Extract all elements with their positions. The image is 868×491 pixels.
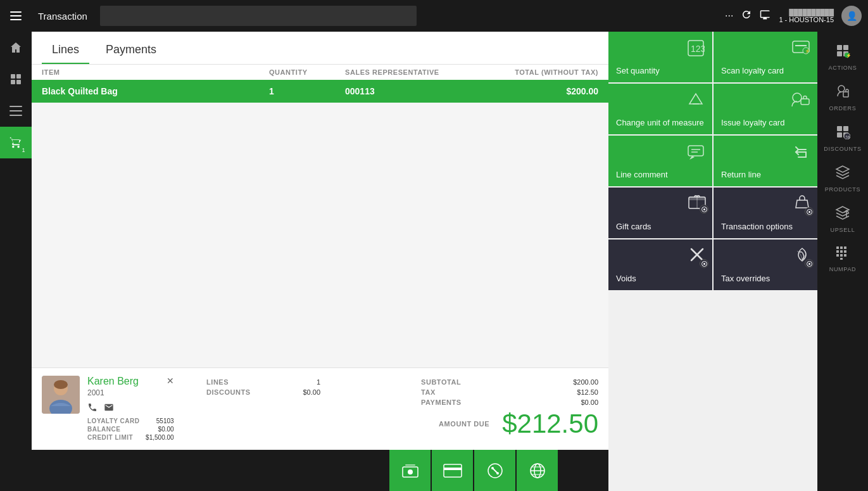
row-item: Black Quilted Bag bbox=[42, 86, 269, 96]
svg-text:⚡: ⚡ bbox=[805, 48, 810, 54]
summary-left: LINES 1 DISCOUNTS $0.00 bbox=[206, 378, 320, 399]
gift-cards-tile[interactable]: Gift cards bbox=[608, 188, 712, 238]
screen-icon[interactable] bbox=[760, 9, 771, 23]
voids-tile[interactable]: Voids bbox=[608, 239, 712, 290]
actions-icon: ⚡ bbox=[835, 43, 850, 62]
change-unit-tile[interactable]: Change unit of measure bbox=[608, 84, 712, 134]
svg-point-21 bbox=[491, 467, 494, 469]
svg-rect-0 bbox=[10, 11, 22, 13]
svg-point-15 bbox=[408, 469, 413, 475]
summary-panel: LINES 1 DISCOUNTS $0.00 SUBTOTAL $200.00 bbox=[206, 376, 598, 442]
sidebar-item-orders[interactable]: ORDERS bbox=[817, 77, 868, 118]
svg-rect-31 bbox=[795, 45, 807, 46]
sidebar-item-cart[interactable]: 1 bbox=[0, 127, 32, 158]
svg-rect-70 bbox=[844, 246, 846, 249]
row-quantity: 1 bbox=[269, 86, 345, 96]
svg-rect-3 bbox=[11, 74, 15, 79]
coupon-button[interactable] bbox=[474, 450, 515, 491]
main-content: Transaction ··· ██████████ 1 - HOUSTON-1… bbox=[32, 0, 868, 491]
customer-contacts bbox=[87, 402, 174, 415]
sidebar-item-products[interactable]: PRODUCTS bbox=[817, 158, 868, 199]
right-sidebar: ⚡ ACTIONS ORDERS bbox=[817, 32, 868, 491]
transaction-options-tile[interactable]: Transaction options bbox=[714, 188, 817, 238]
other-payment-button[interactable] bbox=[517, 450, 558, 491]
issue-loyalty-card-tile[interactable]: Issue loyalty card bbox=[714, 84, 817, 134]
customer-info: Karen Berg 2001 ✕ bbox=[42, 376, 194, 442]
svg-rect-37 bbox=[688, 146, 703, 156]
svg-rect-4 bbox=[16, 74, 21, 79]
line-comment-tile[interactable]: Line comment bbox=[608, 136, 712, 186]
svg-rect-6 bbox=[16, 80, 21, 84]
cart-badge: 1 bbox=[19, 146, 28, 155]
table-header: ITEM QUANTITY SALES REPRESENTATIVE TOTAL… bbox=[32, 65, 608, 80]
svg-text:123: 123 bbox=[691, 44, 705, 54]
email-icon[interactable] bbox=[104, 402, 114, 415]
bottom-bar bbox=[32, 450, 608, 491]
scan-loyalty-card-tile[interactable]: ⚡ Scan loyalty card bbox=[714, 32, 817, 82]
svg-rect-72 bbox=[840, 250, 843, 253]
sidebar-item-numpad[interactable]: NUMPAD bbox=[817, 239, 868, 279]
svg-rect-17 bbox=[444, 464, 462, 477]
svg-point-13 bbox=[54, 380, 68, 389]
svg-rect-74 bbox=[836, 254, 839, 257]
svg-rect-5 bbox=[11, 80, 15, 84]
svg-rect-8 bbox=[9, 110, 22, 112]
line-comment-label: Line comment bbox=[616, 170, 668, 180]
sidebar-item-upsell[interactable]: UPSELL bbox=[817, 199, 868, 239]
transaction-options-icon bbox=[793, 194, 811, 214]
numpad-icon bbox=[836, 246, 850, 264]
numpad-label: NUMPAD bbox=[829, 266, 857, 272]
sidebar-item-menu[interactable] bbox=[0, 95, 32, 127]
sidebar-item-catalog[interactable] bbox=[0, 63, 32, 95]
svg-point-47 bbox=[808, 211, 810, 213]
svg-rect-55 bbox=[843, 45, 848, 50]
tab-lines[interactable]: Lines bbox=[42, 38, 89, 64]
svg-rect-9 bbox=[9, 115, 22, 116]
summary-right: SUBTOTAL $200.00 TAX $12.50 PAYMENTS $0.… bbox=[333, 378, 598, 439]
discounts-icon: % bbox=[835, 124, 850, 143]
svg-marker-38 bbox=[689, 156, 695, 160]
voids-label: Voids bbox=[616, 274, 636, 284]
discounts-label: DISCOUNTS bbox=[824, 146, 861, 152]
svg-rect-1 bbox=[10, 15, 22, 16]
set-quantity-icon: 123 bbox=[687, 39, 705, 61]
close-customer-button[interactable]: ✕ bbox=[167, 376, 174, 386]
svg-point-53 bbox=[808, 263, 810, 265]
menu-icon[interactable] bbox=[0, 0, 32, 32]
tab-payments[interactable]: Payments bbox=[96, 38, 167, 64]
tabs: Lines Payments bbox=[32, 32, 608, 65]
svg-rect-77 bbox=[840, 258, 843, 260]
scan-loyalty-card-icon: ⚡ bbox=[792, 39, 810, 58]
table-row[interactable]: Black Quilted Bag 1 000113 $200.00 bbox=[32, 80, 608, 103]
orders-icon bbox=[835, 84, 850, 103]
issue-loyalty-card-icon bbox=[791, 91, 810, 112]
svg-rect-69 bbox=[840, 246, 843, 249]
card-button[interactable] bbox=[432, 450, 473, 491]
svg-rect-16 bbox=[405, 464, 415, 466]
cash-button[interactable] bbox=[389, 450, 431, 491]
tax-overrides-label: Tax overrides bbox=[721, 274, 770, 284]
set-quantity-label: Set quantity bbox=[616, 66, 660, 76]
phone-icon[interactable] bbox=[87, 402, 97, 415]
sidebar-item-discounts[interactable]: % DISCOUNTS bbox=[817, 118, 868, 158]
more-icon[interactable]: ··· bbox=[725, 10, 733, 22]
col-sales-rep: SALES REPRESENTATIVE bbox=[345, 68, 472, 76]
tax-overrides-tile[interactable]: Tax overrides bbox=[714, 239, 817, 290]
actions-label: ACTIONS bbox=[828, 65, 857, 71]
svg-rect-75 bbox=[840, 254, 843, 257]
refresh-icon[interactable] bbox=[741, 9, 752, 23]
search-input[interactable] bbox=[100, 6, 417, 26]
scan-loyalty-card-label: Scan loyalty card bbox=[721, 66, 784, 76]
return-line-tile[interactable]: Return line bbox=[714, 136, 817, 186]
set-quantity-tile[interactable]: 123 Set quantity bbox=[608, 32, 712, 82]
sidebar-item-home[interactable] bbox=[0, 32, 32, 63]
svg-rect-64 bbox=[837, 132, 842, 137]
svg-rect-18 bbox=[444, 468, 462, 470]
user-avatar[interactable]: 👤 bbox=[841, 6, 862, 26]
orders-label: ORDERS bbox=[829, 105, 857, 112]
sidebar-item-actions[interactable]: ⚡ ACTIONS bbox=[817, 37, 868, 77]
action-panel: 123 Set quantity ⚡ Sc bbox=[608, 32, 817, 491]
svg-rect-71 bbox=[836, 250, 839, 253]
change-unit-label: Change unit of measure bbox=[616, 118, 704, 128]
svg-point-60 bbox=[838, 86, 845, 92]
